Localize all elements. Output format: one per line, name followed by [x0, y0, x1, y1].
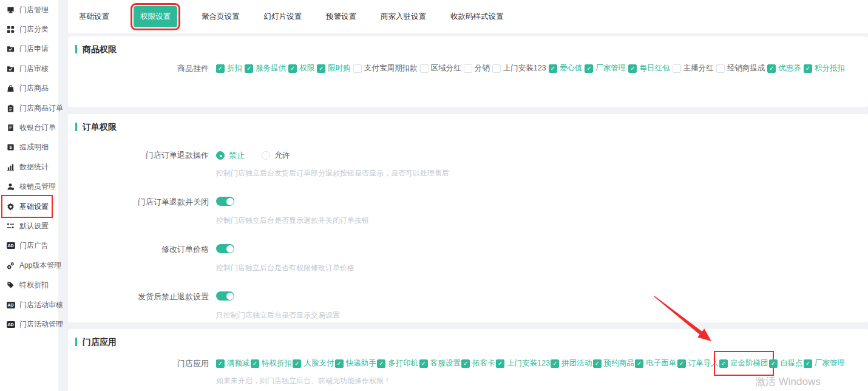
checkbox-icon: ✓: [804, 64, 812, 73]
sidebar-item-label: 收银台订单: [19, 123, 56, 133]
checkbox-label: 满额减: [227, 358, 250, 369]
radio-option[interactable]: 禁止: [216, 150, 245, 161]
sidebar-item-11[interactable]: 基础设置: [0, 197, 58, 216]
setting-row: 商品挂件✓折扣✓服务提供✓权限✓限时购支付宝周期扣款区域分红分销上门安装123✓…: [72, 63, 856, 74]
sidebar-item-label: 门店分类: [19, 24, 49, 35]
radio-icon: [216, 151, 225, 160]
checkbox-icon: ✓: [245, 64, 253, 73]
checkbox-option[interactable]: ✓折扣: [216, 63, 242, 73]
checkbox-option[interactable]: ✓每日红包: [628, 63, 670, 73]
toggle-knob: [226, 198, 234, 205]
sidebar-item-label: App版本管理: [19, 260, 61, 271]
sidebar-item-17[interactable]: AD门店活动管理: [0, 314, 58, 334]
checkbox-option[interactable]: ✓限时购: [317, 63, 351, 73]
checkbox-label: 拓客卡: [472, 358, 495, 369]
tab-1[interactable]: 基础设置: [79, 12, 109, 22]
checkbox-option[interactable]: ✓快递助手: [335, 358, 376, 369]
sidebar-item-16[interactable]: AD门店活动审核: [0, 295, 58, 314]
checkbox-option[interactable]: ✓上门安装123: [496, 358, 550, 369]
sidebar-item-2[interactable]: 门店分类: [0, 19, 58, 39]
checkbox-option[interactable]: ✓优惠券: [767, 63, 801, 73]
checkbox-icon: ✓: [293, 359, 301, 368]
sidebar-item-12[interactable]: 默认设置: [0, 216, 58, 236]
checkbox-option[interactable]: ✓拓客卡: [461, 358, 495, 369]
category-icon: [6, 25, 15, 33]
sidebar-item-label: 门店管理: [19, 5, 49, 15]
radio-option[interactable]: 允许: [262, 150, 290, 161]
tab-4[interactable]: 幻灯片设置: [264, 12, 302, 22]
checkbox-icon: ✓: [251, 359, 259, 368]
checkbox-option[interactable]: ✓权限: [288, 63, 314, 73]
checkbox-option[interactable]: ✓订单导入: [677, 358, 719, 369]
sidebar-item-9[interactable]: 数据统计: [0, 157, 58, 177]
checkbox-option[interactable]: ✓特权折扣: [251, 358, 292, 369]
checkbox-option[interactable]: 经销商提成: [716, 63, 765, 73]
radio-label: 允许: [274, 150, 290, 161]
checkbox-option[interactable]: ✓爱心值: [549, 63, 583, 73]
checkbox-icon: ✓: [216, 64, 225, 73]
sidebar-item-label: 默认设置: [19, 221, 49, 231]
radio-icon: [262, 151, 270, 160]
checkbox-label: 经销商提成: [727, 63, 765, 73]
sidebar-item-1[interactable]: 门店管理: [0, 0, 58, 19]
sidebar-item-4[interactable]: 门店审核: [0, 59, 58, 78]
checkbox-label: 上门安装123: [503, 63, 546, 73]
checkbox-option[interactable]: ✓预约商品: [593, 358, 634, 369]
checkbox-option[interactable]: ✓电子面单: [635, 358, 676, 369]
checkbox-option[interactable]: ✓拼团活动: [551, 358, 592, 369]
row-label: 门店应用: [72, 358, 216, 369]
tab-7[interactable]: 收款码样式设置: [450, 12, 504, 22]
checkbox-option[interactable]: ✓客服设置: [419, 358, 461, 369]
tab-2[interactable]: 权限设置: [134, 6, 177, 27]
checkbox-option[interactable]: ✓定金阶梯团: [719, 358, 768, 369]
checkbox-label: 优惠券: [778, 63, 801, 73]
sidebar-item-13[interactable]: AD门店广告: [0, 236, 58, 256]
checkbox-option[interactable]: ✓厂家管理: [804, 358, 845, 369]
sidebar-item-14[interactable]: App版本管理: [0, 256, 58, 275]
sidebar-item-7[interactable]: 收银台订单: [0, 118, 58, 137]
tab-bar: 基础设置权限设置聚合页设置幻灯片设置预警设置商家入驻设置收款码样式设置: [68, 0, 868, 33]
sidebar-item-label: 数据统计: [19, 162, 49, 172]
toggle-knob: [226, 245, 234, 253]
tab-6[interactable]: 商家入驻设置: [381, 12, 426, 22]
sidebar-item-5[interactable]: 门店商品: [0, 79, 58, 98]
checkbox-option[interactable]: 主播分红: [673, 63, 714, 73]
checkbox-option[interactable]: 区域分红: [420, 63, 461, 73]
tab-5[interactable]: 预警设置: [326, 12, 356, 22]
checkbox-option[interactable]: ✓多打印机: [377, 358, 418, 369]
checkbox-option[interactable]: 支付宝周期扣款: [353, 63, 418, 73]
checkbox-icon: ✓: [635, 359, 643, 368]
checkbox-label: 电子面单: [646, 358, 676, 369]
section-title: 门店应用: [75, 338, 856, 346]
checkbox-icon: ✓: [769, 359, 778, 368]
sidebar-item-10[interactable]: 核销员管理: [0, 177, 58, 197]
checkbox-label: 分销: [475, 63, 490, 73]
toggle-switch[interactable]: [216, 244, 234, 253]
sidebar-item-label: 核销员管理: [19, 182, 56, 192]
toggle-switch[interactable]: [216, 291, 234, 301]
checkbox-option[interactable]: ✓自提点: [769, 358, 803, 369]
checkbox-option[interactable]: 上门安装123: [492, 63, 546, 73]
checkbox-option[interactable]: ✓满额减: [216, 358, 250, 369]
sidebar-item-8[interactable]: $提成明细: [0, 138, 58, 157]
checkbox-option[interactable]: ✓人脸支付: [293, 358, 334, 369]
checkbox-label: 支付宝周期扣款: [364, 63, 418, 73]
sidebar-item-6[interactable]: 门店商品订单: [0, 98, 58, 118]
checkbox-option[interactable]: ✓积分抵扣: [804, 63, 845, 73]
checkbox-label: 积分抵扣: [815, 63, 845, 73]
checkbox-icon: ✓: [496, 359, 504, 368]
toggle-switch[interactable]: [216, 197, 234, 206]
checkbox-option[interactable]: 分销: [464, 63, 490, 73]
store-icon: [6, 6, 15, 14]
checkbox-icon: [464, 64, 472, 73]
tab-3[interactable]: 聚合页设置: [202, 12, 240, 22]
apply-icon: [6, 45, 15, 53]
sidebar-item-label: 门店商品订单: [19, 103, 63, 114]
checkbox-option[interactable]: ✓厂家管理: [585, 63, 626, 73]
sidebar-item-3[interactable]: 门店申请: [0, 39, 58, 59]
checkbox-label: 折扣: [227, 63, 242, 73]
row-label: 门店订单退款操作: [72, 150, 216, 161]
checkbox-label: 爱心值: [560, 63, 583, 73]
sidebar-item-15[interactable]: 特权折扣: [0, 275, 58, 294]
checkbox-option[interactable]: ✓服务提供: [245, 63, 286, 73]
